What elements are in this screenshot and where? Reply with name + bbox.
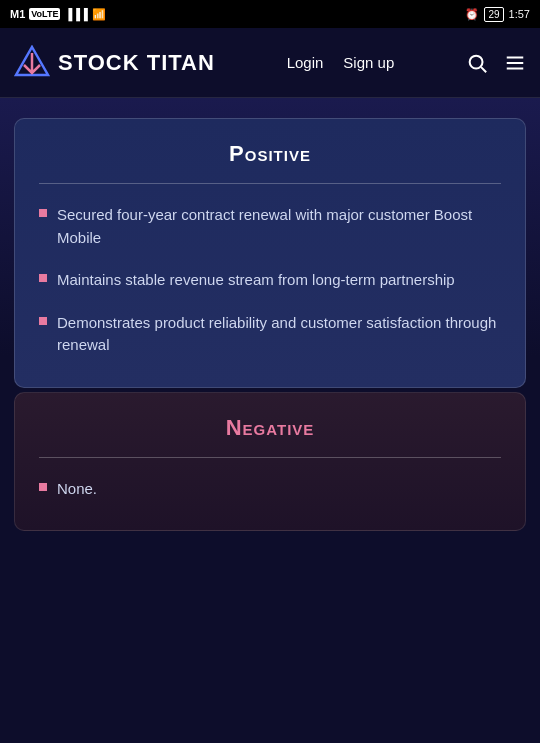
negative-heading: Negative — [226, 415, 315, 440]
search-icon — [466, 52, 488, 74]
carrier-text: M1 — [10, 8, 25, 20]
negative-heading-area: Negative — [39, 415, 501, 441]
header: STOCK TITAN Login Sign up — [0, 28, 540, 98]
svg-point-1 — [470, 55, 483, 68]
positive-card: Positive Secured four-year contract rene… — [14, 118, 526, 388]
positive-bullet-3: Demonstrates product reliability and cus… — [57, 312, 501, 357]
bullet-icon — [39, 317, 47, 325]
svg-line-2 — [481, 67, 486, 72]
wifi-icon: 📶 — [92, 8, 106, 21]
status-left: M1 VoLTE ▐▐▐ 📶 — [10, 8, 106, 21]
bullet-icon — [39, 209, 47, 217]
logo-text: STOCK TITAN — [58, 50, 215, 76]
bullet-icon — [39, 274, 47, 282]
negative-bullet-list: None. — [39, 478, 501, 501]
alarm-icon: ⏰ — [465, 8, 479, 21]
positive-bullet-list: Secured four-year contract renewal with … — [39, 204, 501, 357]
nav-links: Login Sign up — [287, 54, 395, 71]
negative-bullet-1: None. — [57, 478, 97, 501]
time-display: 1:57 — [509, 8, 530, 20]
positive-bullet-2: Maintains stable revenue stream from lon… — [57, 269, 455, 292]
hamburger-icon — [504, 52, 526, 74]
signal-bars-icon: ▐▐▐ — [64, 8, 87, 20]
list-item: None. — [39, 478, 501, 501]
positive-heading-area: Positive — [39, 141, 501, 167]
negative-divider — [39, 457, 501, 458]
login-link[interactable]: Login — [287, 54, 324, 71]
battery-indicator: 29 — [484, 7, 503, 22]
search-button[interactable] — [466, 52, 488, 74]
main-content: Positive Secured four-year contract rene… — [0, 98, 540, 743]
logo-icon — [14, 45, 50, 81]
status-right: ⏰ 29 1:57 — [465, 7, 530, 22]
logo-area: STOCK TITAN — [14, 45, 215, 81]
network-type: VoLTE — [29, 8, 60, 20]
nav-icons — [466, 52, 526, 74]
signup-link[interactable]: Sign up — [343, 54, 394, 71]
status-bar: M1 VoLTE ▐▐▐ 📶 ⏰ 29 1:57 — [0, 0, 540, 28]
list-item: Secured four-year contract renewal with … — [39, 204, 501, 249]
negative-card: Negative None. — [14, 392, 526, 532]
positive-divider — [39, 183, 501, 184]
list-item: Maintains stable revenue stream from lon… — [39, 269, 501, 292]
menu-button[interactable] — [504, 52, 526, 74]
positive-heading: Positive — [229, 141, 311, 166]
bullet-icon — [39, 483, 47, 491]
list-item: Demonstrates product reliability and cus… — [39, 312, 501, 357]
positive-bullet-1: Secured four-year contract renewal with … — [57, 204, 501, 249]
